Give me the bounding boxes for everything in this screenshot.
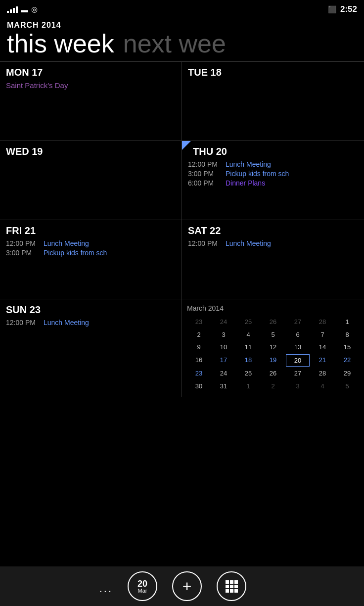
mini-cal-num[interactable]: 26	[261, 316, 285, 328]
mini-calendar: March 2014 23 24 25 26 27 28 1 2 3 4 5 6…	[182, 299, 364, 397]
mini-cal-num[interactable]: 24	[212, 316, 235, 328]
event-sat22-1[interactable]: 12:00 PM Lunch Meeting	[188, 239, 359, 247]
day-label-tue18: TUE 18	[188, 67, 359, 78]
today-month: Mar	[138, 588, 147, 594]
day-label-thu20: THU 20	[188, 146, 359, 157]
mini-cal-num-19[interactable]: 19	[261, 354, 285, 367]
battery-icon: ⬛	[328, 5, 336, 13]
event-title-lunch-sat: Lunch Meeting	[226, 239, 271, 247]
mini-cal-num[interactable]: 27	[286, 368, 310, 379]
location-icon: ◎	[31, 5, 38, 14]
event-title-lunch-sun: Lunch Meeting	[44, 319, 89, 326]
day-mon17[interactable]: MON 17 Saint Patrick's Day	[0, 62, 182, 141]
mini-cal-num-18[interactable]: 18	[236, 354, 260, 367]
plus-icon: +	[182, 578, 192, 594]
event-fri21-2[interactable]: 3:00 PM Pickup kids from sch	[6, 249, 177, 257]
mini-cal-num-20-today[interactable]: 20	[286, 354, 310, 367]
header: MARCH 2014 this week next wee	[0, 18, 364, 61]
day-label-wed19: WED 19	[6, 146, 177, 157]
event-title-lunch-fri: Lunch Meeting	[44, 239, 89, 247]
add-event-button[interactable]: +	[172, 571, 202, 601]
mini-cal-num[interactable]: 16	[187, 354, 211, 367]
week-tabs[interactable]: this week next wee	[7, 31, 357, 61]
bottom-toolbar: ... 20 Mar +	[0, 566, 364, 606]
day-sun23[interactable]: SUN 23 12:00 PM Lunch Meeting	[0, 299, 182, 397]
today-indicator	[182, 141, 191, 150]
status-bar: ▬ ◎ ⬛ 2:52	[0, 0, 364, 18]
mini-cal-num[interactable]: 3	[212, 329, 235, 341]
mini-cal-num[interactable]: 9	[187, 341, 211, 353]
mini-cal-num[interactable]: 25	[236, 368, 260, 379]
mini-cal-num[interactable]: 27	[286, 316, 310, 328]
event-title-pickup-fri: Pickup kids from sch	[44, 249, 107, 257]
mini-cal-num[interactable]: 1	[335, 316, 359, 328]
more-dots[interactable]: ...	[99, 577, 118, 595]
mini-cal-num[interactable]: 4	[236, 329, 260, 341]
mini-cal-num[interactable]: 28	[311, 368, 334, 379]
mini-cal-num[interactable]: 23	[187, 316, 211, 328]
mini-cal-num[interactable]: 30	[187, 380, 211, 392]
event-title-lunch: Lunch Meeting	[226, 160, 271, 168]
signal-icon	[7, 6, 18, 13]
event-thu20-2[interactable]: 3:00 PM Pickup kids from sch	[188, 170, 359, 178]
mini-cal-num[interactable]: 25	[236, 316, 260, 328]
day-thu20[interactable]: THU 20 12:00 PM Lunch Meeting 3:00 PM Pi…	[182, 141, 364, 220]
mini-cal-num[interactable]: 24	[212, 368, 235, 379]
mini-cal-num[interactable]: 2	[187, 329, 211, 341]
mini-cal-num[interactable]: 13	[286, 341, 310, 353]
day-label-sun23: SUN 23	[6, 304, 177, 316]
event-thu20-3[interactable]: 6:00 PM Dinner Plans	[188, 179, 359, 187]
mini-cal-num[interactable]: 2	[261, 380, 285, 392]
mini-cal-num[interactable]: 26	[261, 368, 285, 379]
this-week-tab[interactable]: this week	[7, 31, 114, 56]
time-display: 2:52	[340, 4, 357, 14]
day-label-fri21: FRI 21	[6, 225, 177, 236]
mini-cal-num[interactable]: 3	[286, 380, 310, 392]
event-title-dinner: Dinner Plans	[226, 179, 265, 187]
today-button[interactable]: 20 Mar	[128, 571, 157, 601]
mini-cal-num-21[interactable]: 21	[311, 354, 334, 367]
calendar-grid: MON 17 Saint Patrick's Day TUE 18 WED 19…	[0, 61, 364, 299]
mini-cal-num[interactable]: 7	[311, 329, 334, 341]
mini-cal-num[interactable]: 12	[261, 341, 285, 353]
mini-cal-num[interactable]: 15	[335, 341, 359, 353]
event-time: 6:00 PM	[188, 179, 222, 187]
event-time: 3:00 PM	[6, 249, 40, 257]
mini-cal-num[interactable]: 5	[261, 329, 285, 341]
mini-cal-num[interactable]: 28	[311, 316, 334, 328]
day-wed19[interactable]: WED 19	[0, 141, 182, 220]
mini-cal-num[interactable]: 29	[335, 368, 359, 379]
mini-cal-num[interactable]: 5	[335, 380, 359, 392]
event-thu20-1[interactable]: 12:00 PM Lunch Meeting	[188, 160, 359, 168]
month-year: MARCH 2014	[7, 21, 357, 30]
status-left: ▬ ◎	[7, 5, 38, 14]
mini-cal-num[interactable]: 8	[335, 329, 359, 341]
next-week-tab[interactable]: next wee	[123, 31, 226, 56]
network-icon: ▬	[21, 5, 28, 14]
mini-cal-num[interactable]: 14	[311, 341, 334, 353]
mini-cal-num[interactable]: 10	[212, 341, 235, 353]
mini-cal-num[interactable]: 6	[286, 329, 310, 341]
day-tue18[interactable]: TUE 18	[182, 62, 364, 141]
mini-cal-num-22[interactable]: 22	[335, 354, 359, 367]
event-time: 12:00 PM	[188, 239, 222, 247]
today-date: 20	[137, 579, 147, 588]
event-time: 12:00 PM	[6, 319, 40, 326]
event-time: 12:00 PM	[188, 160, 222, 168]
mini-cal-num[interactable]: 4	[311, 380, 334, 392]
grid-icon	[226, 580, 238, 593]
event-sun23-1[interactable]: 12:00 PM Lunch Meeting	[6, 319, 177, 326]
day-sat22[interactable]: SAT 22 12:00 PM Lunch Meeting	[182, 220, 364, 299]
view-toggle-button[interactable]	[217, 571, 246, 601]
mini-cal-num[interactable]: 1	[236, 380, 260, 392]
event-title-pickup: Pickup kids from sch	[226, 170, 289, 178]
mini-cal-num-17[interactable]: 17	[212, 354, 235, 367]
day-fri21[interactable]: FRI 21 12:00 PM Lunch Meeting 3:00 PM Pi…	[0, 220, 182, 299]
mini-cal-num[interactable]: 31	[212, 380, 235, 392]
mini-cal-month: March 2014	[187, 304, 359, 312]
mini-cal-num-23[interactable]: 23	[187, 368, 211, 379]
day-label-mon17: MON 17	[6, 67, 177, 78]
holiday-saint-patrick: Saint Patrick's Day	[6, 81, 177, 90]
mini-cal-num[interactable]: 11	[236, 341, 260, 353]
event-fri21-1[interactable]: 12:00 PM Lunch Meeting	[6, 239, 177, 247]
